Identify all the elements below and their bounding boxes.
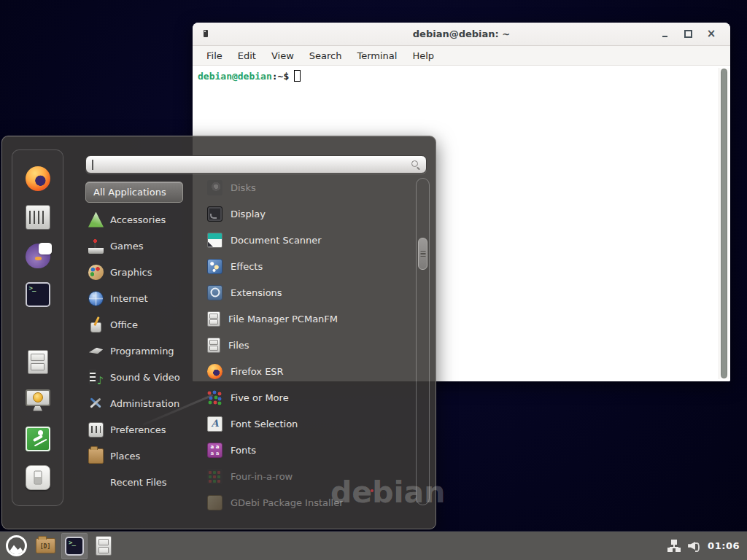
- terminal-menubar: FileEditViewSearchTerminalHelp: [193, 46, 730, 66]
- prompt-path-suffix: :~$: [272, 71, 289, 82]
- network-icon[interactable]: [667, 540, 681, 552]
- search-input[interactable]: [93, 158, 407, 171]
- favorite-lock-screen[interactable]: [22, 384, 54, 416]
- prompt-user-host: debian@debian: [198, 71, 272, 82]
- app-gdebi-package-installer[interactable]: GDebi Package Installer: [204, 489, 410, 516]
- favorite-files[interactable]: [22, 346, 54, 378]
- category-programming[interactable]: Programming: [85, 338, 183, 364]
- category-sound-video[interactable]: Sound & Video: [85, 364, 183, 390]
- disks-icon: [207, 180, 222, 195]
- category-games[interactable]: Games: [85, 233, 183, 259]
- app-fonts[interactable]: Fonts: [204, 437, 410, 463]
- document-scanner-icon: [207, 233, 222, 248]
- terminal-cursor: [294, 70, 301, 82]
- category-accessories[interactable]: Accessories: [85, 206, 183, 233]
- category-office[interactable]: Office: [85, 311, 183, 338]
- terminal-menu-item-view[interactable]: View: [271, 50, 294, 61]
- file-cabinet-icon: [96, 536, 112, 556]
- file-cabinet-icon: [207, 311, 220, 327]
- extensions-icon: [207, 285, 222, 300]
- lock-screen-icon: [26, 389, 50, 406]
- sound-video-icon: [88, 370, 104, 385]
- terminal-menu-item-file[interactable]: File: [206, 50, 222, 61]
- terminal-menu-item-edit[interactable]: Edit: [238, 50, 256, 61]
- minimize-icon[interactable]: [653, 26, 676, 43]
- favorite-shutdown[interactable]: [22, 462, 54, 494]
- app-extensions[interactable]: Extensions: [204, 279, 410, 306]
- office-icon: [88, 317, 104, 332]
- taskbar-launcher-files[interactable]: [90, 533, 117, 559]
- maximize-icon[interactable]: [676, 26, 700, 43]
- accessories-icon: [88, 212, 104, 228]
- menu-scrollbar[interactable]: [416, 178, 430, 505]
- category-preferences[interactable]: Preferences: [85, 416, 183, 443]
- app-five-or-more[interactable]: Five or More: [204, 384, 410, 411]
- app-firefox-esr[interactable]: Firefox ESR: [204, 358, 410, 384]
- terminal-scrollbar-thumb[interactable]: [721, 69, 727, 378]
- search-icon: [411, 160, 420, 169]
- taskbar-launcher-menu[interactable]: [3, 533, 29, 559]
- window-title: debian@debian: ~: [413, 28, 510, 39]
- terminal-menu-item-terminal[interactable]: Terminal: [357, 50, 397, 61]
- taskbar-launchers: [3, 532, 120, 560]
- app-effects[interactable]: Effects: [204, 253, 410, 279]
- settings-icon: [26, 205, 50, 230]
- firefox-icon: [207, 364, 222, 379]
- app-font-selection[interactable]: Font Selection: [204, 411, 410, 437]
- taskbar-launcher-file-manager-pcmanfm[interactable]: [32, 533, 58, 559]
- favorite-log-out[interactable]: [22, 423, 54, 455]
- menu-search-box[interactable]: [85, 155, 427, 174]
- terminal-titlebar[interactable]: debian@debian: ~: [193, 23, 730, 46]
- gdebi-icon: [207, 495, 222, 510]
- category-places[interactable]: Places: [85, 443, 183, 469]
- app-files[interactable]: Files: [204, 332, 410, 358]
- terminal-menu-item-search[interactable]: Search: [309, 50, 342, 61]
- effects-icon: [207, 259, 222, 274]
- menu-logo-icon: [6, 535, 27, 556]
- application-list: Disks Display Document Scanner Effects E…: [204, 174, 410, 520]
- volume-icon[interactable]: [688, 540, 700, 552]
- preferences-icon: [88, 422, 104, 438]
- app-display[interactable]: Display: [204, 201, 410, 227]
- administration-icon: [88, 396, 104, 411]
- system-tray: 01:06: [667, 540, 744, 552]
- shutdown-icon: [26, 465, 50, 490]
- app-disks[interactable]: Disks: [204, 174, 410, 201]
- favorite-settings[interactable]: [22, 201, 54, 233]
- taskbar: 01:06: [0, 531, 747, 560]
- category-administration[interactable]: Administration: [85, 390, 183, 416]
- taskbar-clock[interactable]: 01:06: [708, 540, 740, 551]
- firefox-icon: [26, 166, 50, 191]
- application-menu: debian: [1, 136, 436, 529]
- places-icon: [88, 448, 104, 464]
- app-file-manager-pcmanfm[interactable]: File Manager PCManFM: [204, 306, 410, 332]
- pidgin-icon: [26, 244, 50, 268]
- category-internet[interactable]: Internet: [85, 285, 183, 311]
- file-cabinet-icon: [207, 338, 220, 353]
- app-four-in-a-row[interactable]: Four-in-a-row: [204, 463, 410, 489]
- favorite-terminal[interactable]: [22, 279, 54, 311]
- app-document-scanner[interactable]: Document Scanner: [204, 227, 410, 253]
- category-list: All Applications Accessories Games Graph…: [85, 180, 183, 495]
- category-recent-files[interactable]: Recent Files: [85, 469, 183, 495]
- favorite-firefox[interactable]: [22, 163, 54, 195]
- folder-d-icon: [36, 538, 55, 553]
- log-out-icon: [26, 427, 50, 451]
- menu-scrollbar-thumb[interactable]: [418, 238, 427, 270]
- font-selection-icon: [207, 416, 222, 432]
- terminal-scrollbar[interactable]: [719, 68, 729, 379]
- terminal-app-icon: [65, 537, 84, 556]
- favorites-sidebar: [12, 149, 63, 506]
- category-graphics[interactable]: Graphics: [85, 259, 183, 285]
- window-controls: [653, 23, 723, 45]
- close-icon[interactable]: [700, 26, 723, 43]
- four-in-a-row-icon: [207, 469, 222, 484]
- favorite-pidgin[interactable]: [22, 240, 54, 272]
- graphics-icon: [88, 265, 104, 280]
- terminal-mini-icon: [204, 30, 208, 37]
- five-or-more-icon: [207, 390, 222, 405]
- terminal-menu-item-help[interactable]: Help: [412, 50, 434, 61]
- category-all-applications[interactable]: All Applications: [85, 182, 183, 203]
- games-icon: [88, 238, 104, 254]
- taskbar-launcher-terminal[interactable]: [61, 533, 88, 559]
